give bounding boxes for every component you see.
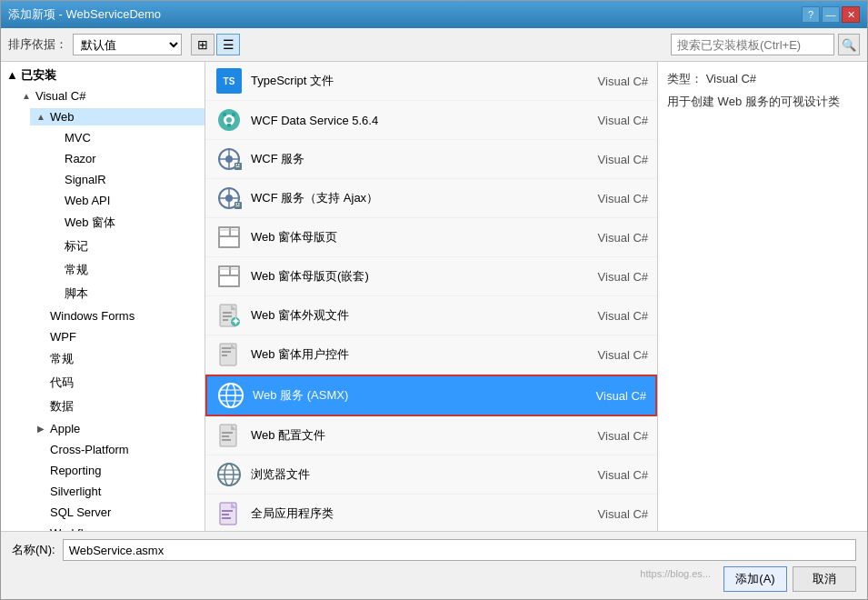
web-master-nested-icon	[215, 262, 244, 291]
tree-item-data[interactable]: 数据	[1, 395, 205, 418]
view-buttons: ⊞ ☰	[191, 34, 240, 55]
name-row: 名称(N):	[12, 539, 856, 561]
cancel-button[interactable]: 取消	[793, 566, 856, 592]
browser-icon	[215, 460, 244, 489]
svg-rect-20	[238, 204, 240, 205]
template-item-browser[interactable]: 浏览器文件 Visual C#	[205, 455, 657, 495]
svg-rect-12	[238, 165, 240, 166]
tree-item-webapi[interactable]: Web API	[1, 190, 205, 211]
tree-item-silverlight[interactable]: Silverlight	[1, 481, 205, 502]
svg-rect-51	[222, 432, 233, 434]
grid-view-button[interactable]: ⊞	[191, 34, 215, 55]
svg-rect-30	[220, 276, 238, 285]
close-button[interactable]: ✕	[842, 6, 860, 23]
template-list-panel: TS TypeScript 文件 Visual C#	[205, 62, 658, 531]
tree-item-workflow[interactable]: Workflow	[1, 523, 205, 531]
main-window: 添加新项 - WebServiceDemo ? — ✕ 排序依据： 默认值 名称…	[0, 0, 868, 600]
template-item-web-asmx[interactable]: Web 服务 (ASMX) Visual C#	[205, 375, 657, 416]
svg-rect-13	[236, 166, 240, 167]
template-item-typescript[interactable]: TS TypeScript 文件 Visual C#	[205, 62, 657, 101]
svg-rect-43	[222, 355, 227, 356]
tree-item-visual-csharp[interactable]: ▲ Visual C#	[1, 85, 205, 106]
tree-item-mvc[interactable]: MVC	[1, 127, 205, 148]
template-item-web-userctl[interactable]: Web 窗体用户控件 Visual C#	[205, 335, 657, 375]
sort-select[interactable]: 默认值 名称 类型	[73, 34, 182, 55]
add-button[interactable]: 添加(A)	[723, 566, 787, 592]
template-list: TS TypeScript 文件 Visual C#	[205, 62, 657, 531]
tree-item-web[interactable]: ▲ Web	[1, 106, 205, 127]
tree-item-apple[interactable]: ▶Apple	[1, 418, 205, 439]
tree-item-wpf[interactable]: WPF	[1, 326, 205, 347]
left-panel: ▲ 已安装 ▲ Visual C# ▲ Web MVC	[1, 62, 205, 531]
web-userctl-icon	[215, 340, 244, 369]
web-asmx-icon	[216, 381, 245, 410]
svg-rect-62	[222, 514, 229, 515]
search-bar: 🔍	[671, 34, 860, 55]
web-skin-icon: ✦	[215, 301, 244, 330]
type-label: 类型： Visual C#	[667, 71, 858, 87]
tree-item-normal2[interactable]: 常规	[1, 347, 205, 371]
tree-item-tags[interactable]: 标记	[1, 235, 205, 258]
watermark: https://blog.es...	[12, 566, 718, 592]
template-item-wcf-data[interactable]: WCF Data Service 5.6.4 Visual C#	[205, 101, 657, 140]
minimize-button[interactable]: —	[822, 6, 840, 23]
svg-rect-25	[220, 237, 238, 246]
svg-point-2	[226, 117, 232, 123]
svg-rect-63	[222, 517, 231, 519]
help-button[interactable]: ?	[802, 6, 820, 23]
list-view-button[interactable]: ☰	[216, 34, 240, 55]
tree-item-sql-server[interactable]: SQL Server	[1, 502, 205, 523]
search-button[interactable]: 🔍	[838, 34, 860, 55]
tree-item-winforms[interactable]: Windows Forms	[1, 305, 205, 326]
svg-rect-61	[222, 510, 233, 512]
template-item-global-app[interactable]: 全局应用程序类 Visual C#	[205, 495, 657, 531]
sort-label: 排序依据：	[8, 36, 67, 53]
tree-item-cross-platform[interactable]: Cross-Platform	[1, 439, 205, 460]
web-master-icon	[215, 223, 244, 252]
svg-rect-52	[222, 435, 229, 437]
tree-item-razor[interactable]: Razor	[1, 148, 205, 169]
tree-item-script[interactable]: 脚本	[1, 282, 205, 305]
template-item-web-master[interactable]: Web 窗体母版页 Visual C#	[205, 218, 657, 257]
tree-item-webwindow[interactable]: Web 窗体	[1, 211, 205, 235]
wcf-ajax-icon	[215, 184, 244, 213]
description-text: 用于创建 Web 服务的可视设计类	[667, 93, 858, 111]
svg-rect-4	[232, 113, 235, 116]
svg-rect-53	[222, 439, 231, 441]
template-item-web-skin[interactable]: ✦ Web 窗体外观文件 Visual C#	[205, 296, 657, 335]
bottom-bar: 名称(N): https://blog.es... 添加(A) 取消	[1, 531, 867, 599]
panels: ▲ 已安装 ▲ Visual C# ▲ Web MVC	[1, 62, 867, 531]
svg-text:✦: ✦	[231, 315, 241, 328]
tree-item-normal[interactable]: 常规	[1, 258, 205, 282]
svg-rect-29	[231, 267, 238, 275]
web-config-icon	[215, 421, 244, 450]
tree-item-code[interactable]: 代码	[1, 371, 205, 395]
svg-rect-23	[220, 228, 229, 235]
typescript-icon: TS	[215, 66, 244, 95]
global-app-icon	[215, 499, 244, 528]
tree-item-installed[interactable]: ▲ 已安装	[1, 65, 205, 85]
template-item-wcf-service[interactable]: WCF 服务 Visual C#	[205, 140, 657, 179]
tree-item-reporting[interactable]: Reporting	[1, 460, 205, 481]
svg-rect-28	[220, 267, 229, 275]
svg-rect-42	[222, 351, 231, 353]
expand-icon: ▲	[19, 91, 34, 101]
wcf-data-icon	[215, 105, 244, 135]
file-name-input[interactable]	[63, 539, 856, 561]
main-content: 排序依据： 默认值 名称 类型 ⊞ ☰ 🔍 ▲ 已安装	[1, 28, 867, 599]
template-item-wcf-ajax[interactable]: WCF 服务（支持 Ajax） Visual C#	[205, 179, 657, 218]
window-title: 添加新项 - WebServiceDemo	[8, 6, 161, 23]
button-row: https://blog.es... 添加(A) 取消	[12, 566, 856, 592]
search-input[interactable]	[671, 34, 834, 55]
right-panel: 类型： Visual C# 用于创建 Web 服务的可视设计类	[658, 62, 867, 531]
tree-item-signalr[interactable]: SignalR	[1, 169, 205, 190]
wcf-service-icon	[215, 145, 244, 174]
template-item-web-master-nested[interactable]: Web 窗体母版页(嵌套) Visual C#	[205, 257, 657, 296]
title-bar: 添加新项 - WebServiceDemo ? — ✕	[1, 1, 867, 28]
top-bar: 排序依据： 默认值 名称 类型 ⊞ ☰ 🔍	[1, 28, 867, 62]
svg-rect-24	[231, 228, 238, 235]
template-item-web-config[interactable]: Web 配置文件 Visual C#	[205, 416, 657, 455]
svg-rect-34	[223, 312, 232, 314]
svg-rect-5	[227, 124, 231, 127]
svg-rect-41	[222, 347, 231, 349]
